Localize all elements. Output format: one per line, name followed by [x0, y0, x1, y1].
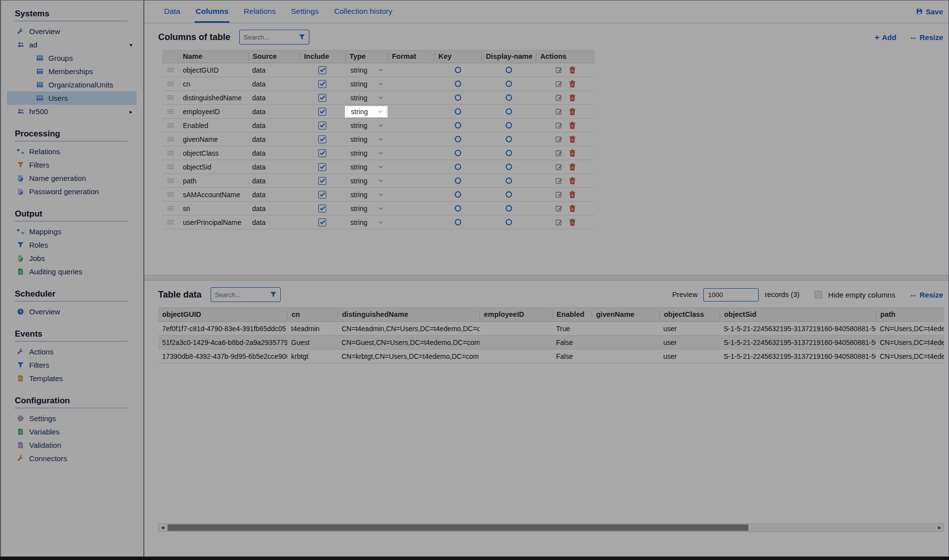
type-select[interactable]: string [347, 78, 387, 90]
col-header-source[interactable]: Source [248, 52, 300, 61]
tab-data[interactable]: Data [163, 0, 181, 23]
preview-count-input[interactable] [703, 288, 759, 302]
display-name-radio[interactable] [506, 205, 512, 212]
type-select[interactable]: string [347, 216, 387, 228]
type-select[interactable]: string [347, 175, 387, 187]
include-checkbox[interactable] [318, 122, 326, 129]
display-name-radio[interactable] [506, 108, 512, 115]
sidebar-item-hr500[interactable]: hr500 ▸ [7, 105, 136, 118]
delete-icon[interactable] [569, 94, 576, 102]
key-radio[interactable] [455, 67, 461, 73]
key-radio[interactable] [455, 122, 461, 129]
include-checkbox[interactable] [318, 191, 326, 199]
tab-relations[interactable]: Relations [243, 0, 277, 23]
sidebar-item-memberships[interactable]: Memberships [7, 65, 136, 78]
delete-icon[interactable] [569, 108, 576, 116]
delete-icon[interactable] [569, 218, 576, 226]
display-name-radio[interactable] [506, 191, 512, 198]
sidebar-item-jobs[interactable]: Jobs [7, 252, 136, 265]
sidebar-item-ad[interactable]: ad ▾ [7, 38, 136, 51]
drag-handle[interactable] [162, 95, 179, 100]
edit-icon[interactable] [555, 66, 563, 74]
key-radio[interactable] [455, 150, 461, 156]
sidebar-item-filters-events[interactable]: Filters [7, 358, 136, 372]
tab-settings[interactable]: Settings [290, 0, 320, 23]
filter-funnel-icon[interactable] [299, 34, 305, 41]
include-checkbox[interactable] [318, 108, 326, 116]
hide-empty-checkbox[interactable] [815, 291, 822, 299]
delete-icon[interactable] [569, 149, 576, 157]
dt-header-objectclass[interactable]: objectClass [659, 310, 720, 319]
scrollbar-thumb[interactable] [168, 524, 748, 531]
dt-header-cn[interactable]: cn [287, 310, 338, 319]
type-select[interactable]: string [347, 203, 387, 215]
type-select[interactable]: string [347, 120, 387, 131]
key-radio[interactable] [455, 177, 461, 184]
key-radio[interactable] [455, 191, 461, 198]
table-row[interactable]: 7ef0f1f7-c81d-4790-83e4-391fb65ddc05 t4e… [158, 322, 944, 336]
sidebar-item-validation[interactable]: Validation [7, 438, 136, 452]
type-select[interactable]: string [347, 64, 387, 76]
include-checkbox[interactable] [318, 205, 326, 213]
filter-funnel-icon[interactable] [270, 291, 277, 298]
key-radio[interactable] [455, 94, 461, 101]
add-column-button[interactable]: + Add [874, 33, 896, 42]
drag-handle[interactable] [162, 136, 179, 142]
drag-handle[interactable] [162, 206, 179, 211]
dt-header-givenname[interactable]: givenName [592, 310, 659, 319]
edit-icon[interactable] [555, 177, 563, 185]
include-checkbox[interactable] [318, 218, 326, 226]
drag-handle[interactable] [162, 192, 179, 197]
display-name-radio[interactable] [506, 94, 512, 101]
sidebar-item-auditing-queries[interactable]: Auditing queries [7, 265, 136, 278]
drag-handle[interactable] [162, 81, 179, 86]
tab-collection-history[interactable]: Collection history [333, 0, 393, 23]
col-header-type[interactable]: Type [345, 52, 388, 61]
edit-icon[interactable] [555, 108, 563, 116]
drag-handle[interactable] [162, 67, 179, 73]
type-select[interactable]: string [347, 92, 387, 104]
col-header-include[interactable]: Include [300, 52, 345, 61]
key-radio[interactable] [455, 81, 461, 87]
edit-icon[interactable] [555, 122, 563, 129]
dt-header-path[interactable]: path [876, 310, 944, 319]
display-name-radio[interactable] [506, 219, 512, 225]
dt-header-employeeid[interactable]: employeeID [479, 310, 552, 319]
edit-icon[interactable] [555, 149, 563, 157]
sidebar-item-settings[interactable]: Settings [7, 412, 136, 425]
resize-data-button[interactable]: ↔ Resize [909, 291, 943, 299]
include-checkbox[interactable] [318, 163, 326, 171]
include-checkbox[interactable] [318, 177, 326, 185]
key-radio[interactable] [455, 136, 461, 142]
display-name-radio[interactable] [506, 164, 512, 170]
include-checkbox[interactable] [318, 80, 326, 88]
dt-header-objectguid[interactable]: objectGUID [158, 310, 287, 319]
delete-icon[interactable] [569, 205, 576, 213]
edit-icon[interactable] [555, 94, 563, 102]
display-name-radio[interactable] [506, 150, 512, 156]
scroll-left-arrow[interactable]: ◀ [159, 524, 167, 531]
key-radio[interactable] [455, 205, 461, 212]
delete-icon[interactable] [569, 122, 576, 129]
delete-icon[interactable] [569, 191, 576, 199]
display-name-radio[interactable] [506, 177, 512, 184]
display-name-radio[interactable] [506, 136, 512, 142]
sidebar-item-overview[interactable]: Overview [7, 25, 136, 38]
drag-handle[interactable] [162, 219, 179, 225]
edit-icon[interactable] [555, 80, 563, 88]
sidebar-item-templates[interactable]: Templates [7, 372, 136, 385]
drag-handle[interactable] [162, 150, 179, 156]
type-select[interactable]: string [347, 161, 387, 173]
drag-handle[interactable] [162, 109, 179, 114]
sidebar-item-connectors[interactable]: Connectors [7, 452, 136, 465]
type-select[interactable]: string [347, 106, 387, 118]
key-radio[interactable] [455, 164, 461, 170]
chevron-right-icon[interactable]: ▸ [129, 108, 136, 115]
edit-icon[interactable] [555, 218, 563, 226]
delete-icon[interactable] [569, 135, 576, 143]
scroll-right-arrow[interactable]: ▶ [936, 524, 944, 531]
type-select[interactable]: string [347, 189, 387, 201]
sidebar-item-name-generation[interactable]: Name generation [7, 172, 136, 185]
drag-handle[interactable] [162, 164, 179, 170]
dt-header-enabled[interactable]: Enabled [552, 310, 592, 319]
